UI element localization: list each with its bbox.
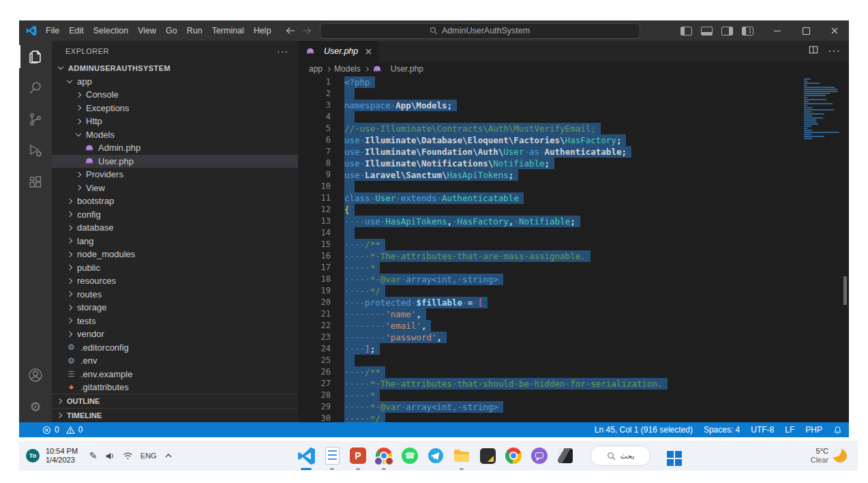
- tree-item-resources[interactable]: resources: [52, 274, 298, 288]
- tree-item-admin-php[interactable]: Admin.php: [52, 141, 298, 155]
- tree-item-providers[interactable]: Providers: [52, 168, 298, 181]
- code-line[interactable]: 3namespace·App\Models;: [298, 100, 849, 111]
- explorer-icon[interactable]: [19, 41, 52, 72]
- code-line[interactable]: 20····protected·$fillable·=·[: [298, 297, 849, 308]
- tree-item-env-example[interactable]: ☰.env.example: [52, 368, 298, 381]
- tree-item-user-php[interactable]: User.php: [52, 155, 298, 169]
- menu-edit[interactable]: Edit: [64, 26, 89, 35]
- taskbar-weather[interactable]: 5°C Clear: [811, 447, 858, 465]
- language-indicator[interactable]: ENG: [140, 452, 157, 460]
- tree-item-gitattributes[interactable]: ◆.gitattributes: [52, 381, 298, 394]
- tree-item-storage[interactable]: storage: [52, 301, 298, 314]
- menu-help[interactable]: Help: [249, 26, 276, 35]
- speaker-icon[interactable]: [105, 451, 115, 461]
- code-line[interactable]: 30·····*/: [298, 413, 849, 422]
- explorer-more-actions-icon[interactable]: ···: [277, 46, 288, 57]
- chevron-up-icon[interactable]: [164, 452, 173, 459]
- code-line[interactable]: 25: [298, 355, 849, 366]
- taskbar-app-dark-yellow-app[interactable]: [477, 445, 498, 466]
- errors-count[interactable]: 0: [55, 425, 59, 435]
- menu-file[interactable]: File: [41, 26, 64, 35]
- taskbar-app-whatsapp[interactable]: ☎: [400, 445, 420, 466]
- code-line[interactable]: 27·····*·The·attributes·that·should·be·h…: [298, 378, 849, 390]
- tree-item-editorconfig[interactable]: ⚙.editorconfig: [52, 341, 298, 355]
- code-line[interactable]: 15····/**: [298, 239, 849, 250]
- taskbar-app-telegram[interactable]: [425, 445, 446, 466]
- tree-item-config[interactable]: config: [52, 208, 298, 222]
- status-lf[interactable]: LF: [785, 425, 794, 435]
- menu-selection[interactable]: Selection: [89, 26, 133, 35]
- forward-arrow-icon[interactable]: [302, 27, 312, 35]
- taskbar-app-chrome[interactable]: [503, 445, 524, 466]
- code-editor[interactable]: 1<?php23namespace·App\Models;45//·use·Il…: [298, 76, 849, 422]
- source-control-icon[interactable]: [19, 104, 52, 135]
- code-line[interactable]: 7use·Illuminate\Foundation\Auth\User·as·…: [298, 146, 849, 158]
- menu-go[interactable]: Go: [161, 26, 182, 35]
- code-line[interactable]: 5//·use·Illuminate\Contracts\Auth\MustVe…: [298, 123, 849, 134]
- pen-icon[interactable]: ✎: [89, 450, 98, 461]
- minimap[interactable]: [804, 78, 841, 140]
- warnings-count[interactable]: 0: [78, 425, 83, 435]
- code-line[interactable]: 18·····*·@var·array<int,·string>: [298, 274, 849, 285]
- taskbar-search[interactable]: بحث: [590, 445, 650, 466]
- code-line[interactable]: 17·····*: [298, 262, 849, 274]
- search-view-icon[interactable]: [19, 72, 52, 104]
- split-editor-icon[interactable]: [809, 45, 818, 57]
- status-php[interactable]: PHP: [805, 425, 822, 435]
- run-and-debug-icon[interactable]: [19, 135, 52, 166]
- tree-item-models[interactable]: Models: [52, 128, 298, 142]
- wifi-icon[interactable]: [123, 452, 133, 460]
- code-line[interactable]: 16·····*·The·attributes·that·are·mass·as…: [298, 250, 849, 262]
- tree-item-lang[interactable]: lang: [52, 235, 298, 248]
- tree-item-env[interactable]: ⚙.env: [52, 354, 298, 368]
- toggle-primary-sidebar-icon[interactable]: [680, 27, 692, 35]
- windows-start-button[interactable]: [667, 451, 682, 466]
- settings-gear-icon[interactable]: ⚙: [19, 391, 52, 422]
- tree-item-bootstrap[interactable]: bootstrap: [52, 194, 298, 208]
- taskbar-widget-badge[interactable]: To: [26, 449, 40, 463]
- menu-terminal[interactable]: Terminal: [207, 26, 249, 35]
- tree-item-console[interactable]: Console: [52, 88, 298, 102]
- code-line[interactable]: 11class·User·extends·Authenticatable: [298, 192, 849, 204]
- code-line[interactable]: 29·····*·@var·array<int,·string>: [298, 401, 849, 413]
- tree-item-database[interactable]: database: [52, 221, 298, 235]
- tree-item-vendor[interactable]: vendor: [52, 327, 298, 341]
- taskbar-clock[interactable]: 10:54 PM 1/4/2023: [46, 447, 78, 465]
- tree-item-adminuserauthsystem[interactable]: ADMINUSERAUTHSYSTEM: [52, 61, 298, 75]
- tree-item-view[interactable]: View: [52, 181, 298, 195]
- toggle-panel-icon[interactable]: [701, 27, 713, 35]
- editor-scrollbar-thumb[interactable]: [843, 276, 847, 305]
- toggle-secondary-sidebar-icon[interactable]: [721, 27, 733, 35]
- code-line[interactable]: 14: [298, 227, 849, 239]
- tree-item-public[interactable]: public: [52, 261, 298, 275]
- code-line[interactable]: 24····];: [298, 343, 849, 355]
- code-line[interactable]: 12{: [298, 204, 849, 216]
- back-arrow-icon[interactable]: [286, 27, 295, 35]
- tree-item-routes[interactable]: routes: [52, 288, 298, 302]
- customize-layout-icon[interactable]: [742, 27, 753, 35]
- code-line[interactable]: 19·····*/: [298, 285, 849, 297]
- command-center-search[interactable]: AdminUserAuthSystem: [320, 23, 640, 39]
- taskbar-app-notes[interactable]: [322, 445, 342, 466]
- tree-item-http[interactable]: Http: [52, 115, 298, 128]
- code-line[interactable]: 8use·Illuminate\Notifications\Notifiable…: [298, 158, 849, 169]
- taskbar-app-dark-window-app[interactable]: [555, 445, 575, 466]
- editor-more-actions-icon[interactable]: ···: [828, 45, 841, 57]
- code-line[interactable]: 4: [298, 111, 849, 123]
- tree-item-app[interactable]: app: [52, 75, 298, 89]
- section-timeline[interactable]: TIMELINE: [52, 408, 298, 422]
- code-line[interactable]: 23········'password',: [298, 332, 849, 343]
- taskbar-app-file-explorer[interactable]: [451, 445, 472, 466]
- section-outline[interactable]: OUTLINE: [52, 394, 298, 408]
- tree-item-node-modules[interactable]: node_modules: [52, 248, 298, 261]
- tab-close-icon[interactable]: [365, 48, 372, 55]
- close-button[interactable]: [820, 20, 849, 41]
- code-line[interactable]: 13····use·HasApiTokens,·HasFactory,·Noti…: [298, 216, 849, 227]
- status-utf-8[interactable]: UTF-8: [751, 425, 774, 435]
- tree-item-tests[interactable]: tests: [52, 314, 298, 328]
- code-line[interactable]: 2: [298, 88, 849, 100]
- code-line[interactable]: 9use·Laravel\Sanctum\HasApiTokens;: [298, 169, 849, 181]
- extensions-icon[interactable]: [19, 166, 52, 198]
- tab-user-php[interactable]: User.php: [298, 41, 378, 61]
- minimize-button[interactable]: [763, 20, 792, 41]
